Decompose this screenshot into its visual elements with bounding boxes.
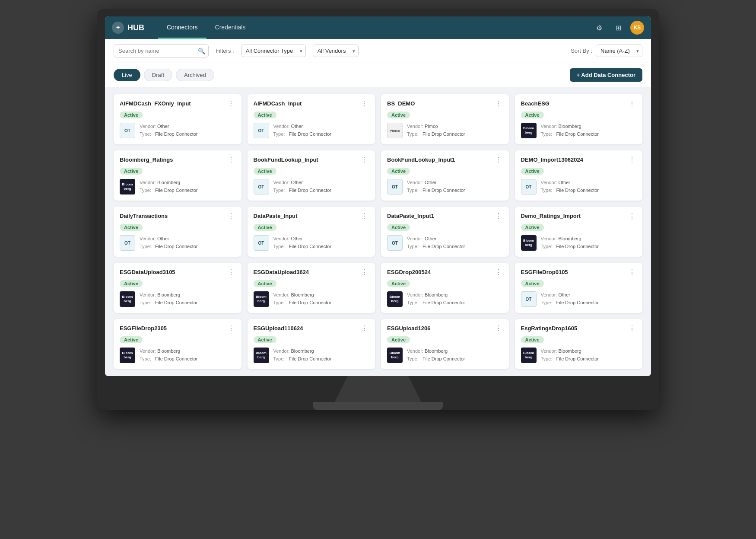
card-menu-icon[interactable]: ⋮ [494, 325, 503, 332]
card-info: Vendor: Bloomberg Type: File Drop Connec… [140, 348, 198, 363]
card-menu-icon[interactable]: ⋮ [360, 213, 369, 220]
avatar[interactable]: KS [630, 21, 644, 35]
connector-card[interactable]: ESGUpload110624 ⋮ Active Bloomberg Vendo… [248, 319, 375, 369]
card-menu-icon[interactable]: ⋮ [227, 100, 235, 107]
card-body: OT Vendor: Other Type: File Drop Connect… [521, 291, 637, 307]
connector-card[interactable]: BeachESG ⋮ Active Bloomberg Vendor: Bloo… [515, 94, 643, 144]
card-body: Bloomberg Vendor: Bloomberg Type: File D… [120, 179, 235, 195]
vendor-logo-ot: OT [254, 235, 269, 251]
connector-card[interactable]: AIFMDCash_Input ⋮ Active OT Vendor: Othe… [248, 94, 375, 144]
card-title: ESGFileDrop0105 [521, 269, 568, 275]
card-title: Bloomberg_Ratings [120, 156, 173, 163]
connector-card[interactable]: DEMO_Import13062024 ⋮ Active OT Vendor: … [515, 150, 643, 201]
card-body: Bloomberg Vendor: Bloomberg Type: File D… [521, 123, 637, 138]
card-title: ESGFileDrop2305 [120, 325, 167, 332]
card-menu-icon[interactable]: ⋮ [227, 325, 235, 332]
add-data-connector-button[interactable]: + Add Data Connector [570, 68, 642, 82]
nav-tabs: Connectors Credentials [158, 16, 254, 39]
card-menu-icon[interactable]: ⋮ [360, 269, 369, 276]
card-header: ESGUpload1206 ⋮ [387, 325, 503, 332]
connector-card[interactable]: DataPaste_Input ⋮ Active OT Vendor: Othe… [248, 207, 375, 257]
card-info: Vendor: Bloomberg Type: File Drop Connec… [140, 291, 198, 306]
settings-icon[interactable]: ⚙ [592, 21, 606, 35]
card-body: OT Vendor: Other Type: File Drop Connect… [120, 123, 235, 138]
status-badge: Active [521, 112, 544, 118]
card-info: Vendor: Other Type: File Drop Connector [140, 123, 198, 138]
card-menu-icon[interactable]: ⋮ [494, 100, 503, 107]
card-body: Bloomberg Vendor: Bloomberg Type: File D… [120, 291, 235, 307]
nav-tab-credentials[interactable]: Credentials [206, 16, 254, 39]
connector-card[interactable]: ESGFileDrop2305 ⋮ Active Bloomberg Vendo… [114, 319, 241, 369]
status-badge: Active [120, 336, 143, 343]
card-menu-icon[interactable]: ⋮ [494, 156, 503, 163]
card-title: DataPaste_Input [254, 213, 298, 219]
connector-card[interactable]: DailyTransactions ⋮ Active OT Vendor: Ot… [114, 207, 241, 257]
card-menu-icon[interactable]: ⋮ [628, 269, 636, 276]
card-header: ESGDataUpload3105 ⋮ [120, 269, 235, 276]
card-menu-icon[interactable]: ⋮ [628, 156, 636, 163]
card-header: BookFundLookup_Input ⋮ [254, 156, 369, 163]
status-badge: Active [254, 280, 276, 287]
connector-card[interactable]: BookFundLookup_Input ⋮ Active OT Vendor:… [248, 150, 375, 201]
card-menu-icon[interactable]: ⋮ [227, 156, 235, 163]
vendor-logo-bloomberg: Bloomberg [120, 348, 135, 363]
connector-card[interactable]: BookFundLookup_Input1 ⋮ Active OT Vendor… [381, 150, 509, 201]
card-body: OT Vendor: Other Type: File Drop Connect… [254, 179, 369, 195]
card-title: DataPaste_Input1 [387, 213, 434, 219]
card-menu-icon[interactable]: ⋮ [628, 213, 636, 220]
card-info: Vendor: Other Type: File Drop Connector [140, 235, 198, 250]
card-body: Bloomberg Vendor: Bloomberg Type: File D… [521, 348, 637, 363]
status-badge: Active [120, 280, 143, 287]
nav-tab-connectors[interactable]: Connectors [158, 16, 206, 39]
sort-select-wrap: Name (A-Z) [596, 45, 642, 57]
card-menu-icon[interactable]: ⋮ [360, 325, 369, 332]
connector-card[interactable]: ESGFileDrop0105 ⋮ Active OT Vendor: Othe… [515, 263, 643, 313]
status-tab-archived[interactable]: Archived [176, 69, 214, 81]
connector-card[interactable]: ESGDataUpload3624 ⋮ Active Bloomberg Ven… [248, 263, 375, 313]
card-info: Vendor: Bloomberg Type: File Drop Connec… [140, 179, 198, 194]
grid-icon[interactable]: ⊞ [611, 21, 625, 35]
connector-card[interactable]: Demo_Ratings_Import ⋮ Active Bloomberg V… [515, 207, 643, 257]
search-input[interactable] [114, 44, 209, 57]
card-menu-icon[interactable]: ⋮ [494, 213, 503, 220]
card-menu-icon[interactable]: ⋮ [227, 213, 235, 220]
connector-card[interactable]: BS_DEMO ⋮ Active Pimco Vendor: Pimco Typ… [381, 94, 509, 144]
connector-card[interactable]: ESGDrop200524 ⋮ Active Bloomberg Vendor:… [381, 263, 509, 313]
connector-card[interactable]: Bloomberg_Ratings ⋮ Active Bloomberg Ven… [114, 150, 241, 201]
vendor-logo-ot: OT [254, 123, 269, 138]
card-info: Vendor: Bloomberg Type: File Drop Connec… [407, 291, 465, 306]
sort-select[interactable]: Name (A-Z) [596, 45, 642, 57]
card-info: Vendor: Bloomberg Type: File Drop Connec… [273, 291, 332, 306]
status-bar: Live Draft Archived + Add Data Connector [105, 63, 651, 87]
vendor-logo-ot: OT [254, 179, 269, 195]
card-menu-icon[interactable]: ⋮ [628, 100, 636, 107]
connector-type-filter-wrap: All Connector Type [241, 45, 306, 57]
card-header: DEMO_Import13062024 ⋮ [521, 156, 637, 163]
card-title: ESGUpload110624 [254, 325, 303, 332]
vendor-filter[interactable]: All Vendors [313, 45, 359, 57]
card-menu-icon[interactable]: ⋮ [360, 100, 369, 107]
connector-card[interactable]: EsgRatingsDrop1605 ⋮ Active Bloomberg Ve… [515, 319, 643, 369]
connector-card[interactable]: AIFMDCash_FXOnly_Input ⋮ Active OT Vendo… [114, 94, 241, 144]
card-header: EsgRatingsDrop1605 ⋮ [521, 325, 637, 332]
vendor-logo-bloomberg: Bloomberg [387, 291, 403, 307]
connector-card[interactable]: DataPaste_Input1 ⋮ Active OT Vendor: Oth… [381, 207, 509, 257]
card-menu-icon[interactable]: ⋮ [227, 269, 235, 276]
card-title: DailyTransactions [120, 213, 168, 219]
app-logo: ✦ HUB [112, 22, 144, 34]
connector-card[interactable]: ESGUpload1206 ⋮ Active Bloomberg Vendor:… [381, 319, 509, 369]
card-info: Vendor: Other Type: File Drop Connector [273, 123, 332, 138]
card-menu-icon[interactable]: ⋮ [628, 325, 636, 332]
card-title: DEMO_Import13062024 [521, 156, 584, 163]
connector-card[interactable]: ESGDataUpload3105 ⋮ Active Bloomberg Ven… [114, 263, 241, 313]
status-tab-live[interactable]: Live [114, 69, 140, 81]
connector-type-filter[interactable]: All Connector Type [241, 45, 306, 57]
card-title: BeachESG [521, 100, 550, 107]
card-menu-icon[interactable]: ⋮ [360, 156, 369, 163]
card-title: AIFMDCash_FXOnly_Input [120, 100, 191, 107]
card-header: Demo_Ratings_Import ⋮ [521, 213, 637, 220]
card-menu-icon[interactable]: ⋮ [494, 269, 503, 276]
card-header: BS_DEMO ⋮ [387, 100, 503, 107]
status-tab-draft[interactable]: Draft [144, 69, 172, 81]
vendor-logo-bloomberg: Bloomberg [120, 291, 135, 307]
